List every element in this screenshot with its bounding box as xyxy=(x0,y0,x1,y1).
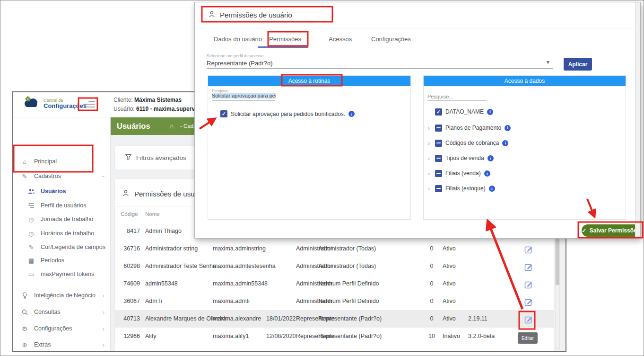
chevron-right-icon: › xyxy=(103,309,104,316)
chevron-right-icon: › xyxy=(103,325,104,332)
person-icon xyxy=(208,10,216,19)
gear-icon: ⚙ xyxy=(21,325,28,332)
checkbox-indeterminate[interactable] xyxy=(435,125,442,132)
check-icon: ✓ xyxy=(582,227,587,234)
checkbox-indeterminate[interactable] xyxy=(435,170,442,177)
cloud-logo-icon xyxy=(22,96,41,112)
chevron-right-icon: › xyxy=(103,292,104,299)
tab-configuracoes[interactable]: Configurações xyxy=(371,36,411,47)
tree-item-filiais-venda: › Filiais (venda) i xyxy=(424,169,490,177)
bulb-icon xyxy=(21,292,28,299)
save-permissions-button[interactable]: ✓ Salvar Permissões xyxy=(582,224,640,237)
tree-item-codigos-de-cobranca: › Códigos de cobrança i xyxy=(424,139,508,147)
apply-button[interactable]: Aplicar xyxy=(564,58,592,71)
clock-icon: ◷ xyxy=(27,230,35,237)
modal-title-row: Permissões de usuário xyxy=(208,10,292,19)
sidebar-item-perfil-de-usuarios[interactable]: Perfil de usuários xyxy=(13,199,110,212)
sidebar-item-inteligencia-de-negocio[interactable]: Inteligência de Negócio › xyxy=(13,289,110,302)
card-title-row: Permissões de usuári xyxy=(122,189,202,198)
user-label: Usuário: xyxy=(113,106,135,112)
tab-dados-do-usuario[interactable]: Dados do usuário xyxy=(214,36,262,47)
sidebar-item-maxpayment-tokens[interactable]: ▭ maxPayment tokens xyxy=(13,268,110,280)
pencil-icon: ✎ xyxy=(27,244,35,251)
data-search-input[interactable]: Pesquise... xyxy=(427,94,453,99)
chevron-right-icon[interactable]: › xyxy=(426,170,432,177)
info-icon[interactable]: i xyxy=(348,111,355,117)
sidebar-item-periodos[interactable]: ▦ Períodos xyxy=(13,254,110,267)
home-icon[interactable]: ⌂ xyxy=(170,122,174,130)
filter-funnel-icon xyxy=(125,154,131,161)
checkbox-indeterminate[interactable] xyxy=(435,185,442,192)
list-icon xyxy=(27,203,35,208)
advanced-filters-label: Filtros avançados xyxy=(136,154,186,161)
active-tab-indicator xyxy=(258,46,308,48)
sidebar-item-cadastros[interactable]: ✎ Cadastros › xyxy=(13,170,110,182)
data-panel-header: Acesso à dados xyxy=(424,76,626,86)
info-icon[interactable]: i xyxy=(487,109,493,115)
info-icon[interactable]: i xyxy=(489,186,495,192)
checkbox-checked[interactable]: ✓ xyxy=(220,110,227,117)
tab-acessos[interactable]: Acessos xyxy=(329,36,352,47)
edit-row-button[interactable] xyxy=(524,315,533,324)
table-row[interactable]: 36716 Administrador string maxima.admins… xyxy=(115,240,554,258)
table-row[interactable]: 36067 AdmTi maxima.admti Administrador N… xyxy=(115,293,554,311)
plus-circle-icon: ⊕ xyxy=(21,341,28,348)
chevron-right-icon[interactable]: › xyxy=(426,155,432,162)
sidebar-item-horarios-de-trabalho[interactable]: ◷ Horários de trabalho xyxy=(13,227,110,240)
client-label: Cliente: xyxy=(113,97,133,103)
profile-select-label: Selecione um perfil de acesso xyxy=(207,53,263,58)
chevron-right-icon[interactable]: › xyxy=(426,140,432,147)
modal-scrollbar[interactable] xyxy=(635,2,640,238)
column-header-codigo: Código xyxy=(121,211,138,217)
edit-row-button[interactable] xyxy=(524,245,533,254)
app-logo: Central de Configurações xyxy=(22,96,87,112)
table-row[interactable]: 60298 Administrador Teste Senha maxima.a… xyxy=(115,258,554,276)
edit-row-button[interactable] xyxy=(524,280,533,289)
edit-tooltip: Editar xyxy=(518,332,538,344)
sidebar-item-configuracoes[interactable]: ⚙ Configurações › xyxy=(13,322,110,335)
hamburger-menu-icon[interactable] xyxy=(83,101,95,107)
routines-search-input[interactable]: Solicitar aprovação para pedido xyxy=(212,93,276,98)
sidebar-item-principal[interactable]: ⌂ Principal xyxy=(13,155,110,168)
checkbox-indeterminate[interactable] xyxy=(435,155,442,162)
checkbox-checked[interactable]: ✓ xyxy=(435,108,442,116)
sidebar-item-cor-legenda[interactable]: ✎ Cor/Legenda de campos xyxy=(13,241,110,253)
table-row[interactable]: 12966 Alify maxima.alify1 12/08/2020 Rep… xyxy=(115,328,554,346)
page-title: Usuários xyxy=(117,122,150,131)
logo-line2: Configurações xyxy=(44,103,87,109)
checkbox-indeterminate[interactable] xyxy=(435,140,442,147)
clock-icon: ◷ xyxy=(27,216,35,223)
calendar-icon: ▦ xyxy=(27,257,35,264)
tree-item-filiais-estoque: › Filiais (estoque) i xyxy=(424,185,495,192)
modal-title: Permissões de usuário xyxy=(220,11,292,19)
edit-row-button[interactable] xyxy=(524,298,533,306)
sidebar: ⌂ Principal ✎ Cadastros › Usuários Perfi… xyxy=(13,117,111,351)
table-row[interactable]: 74609 admin55348 maxima.admin55348 Admin… xyxy=(115,275,554,293)
profile-select[interactable]: Representante (Padr?o) xyxy=(207,60,272,67)
sidebar-item-extras[interactable]: ⊕ Extras › xyxy=(13,338,110,351)
card-icon: ▭ xyxy=(27,271,35,278)
table-row-partial xyxy=(115,345,554,352)
chevron-right-icon[interactable]: › xyxy=(426,185,432,192)
user-permissions-modal: Permissões de usuário Dados do usuário P… xyxy=(194,2,641,239)
dropdown-caret-icon[interactable]: ▼ xyxy=(546,60,550,65)
info-icon[interactable]: i xyxy=(502,140,508,146)
info-icon[interactable]: i xyxy=(505,125,511,131)
chevron-right-icon[interactable]: › xyxy=(426,125,432,132)
screenshot-canvas: Central de Configurações Cliente: Máxima… xyxy=(0,0,644,356)
info-icon[interactable]: i xyxy=(487,155,494,161)
tree-item-planos-de-pagamento: › Planos de Pagamento i xyxy=(424,124,511,132)
routines-access-panel: Acesso à rotinas Pesquise... Solicitar a… xyxy=(208,75,411,220)
sidebar-item-usuarios[interactable]: Usuários xyxy=(13,185,110,197)
card-title: Permissões de usuári xyxy=(134,190,202,198)
user-value: 6110 - maxima.supervisorauto xyxy=(136,106,195,112)
sidebar-item-consultas[interactable]: Consultas › xyxy=(13,306,110,318)
edit-row-button[interactable] xyxy=(524,263,533,271)
info-icon[interactable]: i xyxy=(484,170,490,177)
client-value: Máxima Sistemas xyxy=(134,97,182,103)
sidebar-item-jornada-de-trabalho[interactable]: ◷ Jornada de trabalho xyxy=(13,213,110,225)
table-row-selected[interactable]: 40713 Alexandre Marques de Oliveira maxi… xyxy=(115,310,554,328)
session-info: Cliente: Máxima Sistemas Usuário: 6110 -… xyxy=(113,96,195,114)
tab-permissoes[interactable]: Permissões xyxy=(269,36,301,47)
tree-item-tipos-de-venda: › Tipos de venda i xyxy=(424,154,494,162)
